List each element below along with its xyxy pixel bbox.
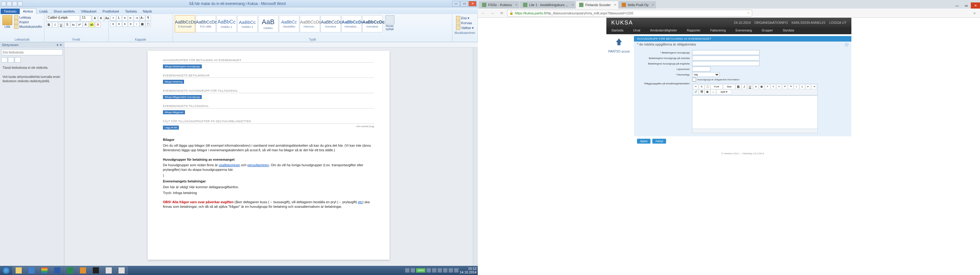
rte-align-left-button[interactable]: ≡	[765, 84, 770, 89]
align-left-button[interactable]: ≡	[111, 21, 116, 27]
header-org[interactable]: ORGANISAATIOINFO	[754, 21, 788, 24]
task-ie[interactable]	[25, 266, 38, 274]
tray-icon[interactable]	[454, 268, 458, 273]
strike-button[interactable]: S	[65, 22, 70, 27]
nav-users[interactable]: Användarrättigheter	[645, 27, 682, 34]
close-button[interactable]: ✕	[971, 2, 980, 9]
tray-icon[interactable]	[443, 268, 447, 273]
back-button[interactable]: ←	[480, 9, 487, 17]
browser-viewport[interactable]: KUKSA 24.10.2014 ORGANISAATIOINFO KARLSS…	[478, 18, 980, 275]
indent-dec-button[interactable]: ⇤	[128, 15, 134, 21]
input-huvudgrupp-sv[interactable]	[692, 55, 759, 60]
font-size-select[interactable]: 11	[81, 15, 92, 21]
rte-content-area[interactable]	[692, 95, 818, 129]
save-button[interactable]: Spara	[637, 139, 651, 144]
font-name-select[interactable]: Calibri (Leipä	[46, 15, 80, 21]
task-explorer[interactable]	[13, 266, 25, 274]
sort-button[interactable]: A↓	[140, 15, 145, 21]
text-effects-button[interactable]: A	[83, 22, 89, 27]
nav-billing[interactable]: Fakturering	[705, 27, 731, 34]
header-logout[interactable]: LOGGA UT	[829, 21, 846, 24]
tab-view[interactable]: Näytä	[140, 9, 155, 14]
input-huvudgrupp-en[interactable]	[692, 61, 759, 66]
nav-tab-headings[interactable]	[1, 57, 7, 63]
rte-color-button[interactable]: A	[753, 84, 759, 89]
minimize-button[interactable]: —	[953, 2, 962, 9]
taskbar-clock[interactable]: 15:12 14.10.2014	[460, 267, 477, 274]
header-user[interactable]: KARLSSON ANNELI/1	[791, 21, 825, 24]
change-styles-button[interactable]: Muuta tyylejä	[384, 15, 396, 30]
minimize-button[interactable]: —	[452, 1, 460, 6]
rte-italic-button[interactable]: I	[741, 84, 747, 89]
tray-icon[interactable]	[426, 268, 431, 273]
tab-close-icon[interactable]: ×	[515, 3, 517, 7]
rte-underline-button[interactable]: U	[747, 84, 753, 89]
bookmark-star-icon[interactable]: ☆	[747, 11, 750, 15]
copy-button[interactable]: Kopioi	[14, 20, 42, 24]
undo-icon[interactable]	[12, 1, 17, 6]
tray-icon[interactable]	[411, 268, 415, 273]
rte-indent-button[interactable]: ⇥	[811, 84, 817, 89]
bullets-button[interactable]: •	[111, 15, 116, 21]
indent-inc-button[interactable]: ⇥	[134, 15, 139, 21]
rte-cut-button[interactable]: ✂	[693, 84, 698, 89]
highlight-button[interactable]: ab	[89, 22, 95, 27]
subscript-button[interactable]: x₂	[71, 22, 76, 27]
show-marks-button[interactable]: ¶	[145, 15, 151, 21]
help-icon[interactable]: ⓘ	[845, 43, 848, 47]
task-chrome[interactable]	[38, 266, 51, 274]
style-intense[interactable]: AaBbCcDcVoimakas...	[342, 15, 362, 32]
tray-icon[interactable]	[449, 268, 453, 273]
find-button[interactable]: Etsi ▾	[456, 16, 474, 20]
rte-list-button[interactable]: •	[794, 84, 799, 89]
numbering-button[interactable]: 1.	[116, 15, 122, 21]
tab-close-icon[interactable]: ×	[614, 3, 616, 7]
rte-table-button[interactable]: ▦	[705, 90, 710, 95]
chrome-tab[interactable]: FiSSc - Kotisivu×	[479, 1, 519, 9]
rte-outdent-button[interactable]: ⇤	[805, 84, 811, 89]
battery-indicator[interactable]: 100%	[416, 268, 425, 273]
replace-button[interactable]: Korvaa	[456, 21, 474, 25]
forward-button[interactable]: →	[489, 9, 496, 17]
grow-font-button[interactable]: A	[92, 16, 98, 21]
tab-file[interactable]: Tiedosto	[1, 9, 20, 14]
rte-font-button[interactable]: Font	[711, 84, 723, 89]
task-app2[interactable]	[115, 266, 128, 274]
nav-groups[interactable]: Grupper	[757, 27, 778, 34]
tab-home[interactable]: Aloitus	[20, 8, 37, 14]
task-word[interactable]	[51, 266, 64, 274]
tab-mailings[interactable]: Postitukset	[100, 9, 122, 14]
rte-bold-button[interactable]: B	[736, 84, 741, 89]
tab-insert[interactable]: Lisää	[37, 9, 51, 14]
address-bar[interactable]: 🔒 https://kuksa.partio.fi/hlp_tilaisuusm…	[507, 10, 752, 16]
cut-button[interactable]: Leikkaa	[14, 15, 42, 19]
multilevel-button[interactable]: ≡	[122, 15, 128, 21]
line-spacing-button[interactable]: ↕	[134, 21, 139, 27]
nav-events[interactable]: Evenemang	[731, 27, 757, 34]
chrome-tab-active[interactable]: Finlands Scouter×	[576, 1, 618, 9]
italic-button[interactable]: I	[52, 22, 58, 27]
save-icon[interactable]	[7, 1, 12, 6]
menu-button[interactable]: ≡	[971, 9, 978, 17]
nav-search-input[interactable]	[1, 49, 63, 55]
nav-close-icon[interactable]: ▾ ✕	[57, 43, 62, 47]
redo-icon[interactable]	[18, 1, 23, 6]
paste-button[interactable]: Liitä	[2, 15, 13, 33]
rte-redo-button[interactable]: ↷	[788, 84, 794, 89]
nav-tab-pages[interactable]	[8, 57, 14, 63]
checkbox-obligatorisk[interactable]	[692, 77, 696, 82]
reload-button[interactable]: ⟳	[498, 9, 505, 17]
rte-bg-button[interactable]: ▦	[759, 84, 764, 89]
maximize-button[interactable]: ▭	[962, 2, 971, 9]
rte-align-center-button[interactable]: ≡	[770, 84, 776, 89]
document-page[interactable]: HUVUDGRUPPER FÖR BETALNING AV EVENEMANGE…	[148, 51, 390, 260]
close-button[interactable]: ✕	[469, 1, 477, 6]
vertical-scrollbar[interactable]	[473, 47, 478, 269]
nav-reports[interactable]: Rapporter	[682, 27, 705, 34]
style-subtitle[interactable]: AaBbCcAlaotsikko	[279, 15, 299, 32]
tab-references[interactable]: Viittaukset	[78, 9, 100, 14]
rte-numlist-button[interactable]: 1.	[800, 84, 805, 89]
rte-undo-button[interactable]: ↶	[782, 84, 788, 89]
nav-urval[interactable]: Urval	[628, 27, 645, 34]
tab-layout[interactable]: Sivun asettelu	[51, 9, 78, 14]
